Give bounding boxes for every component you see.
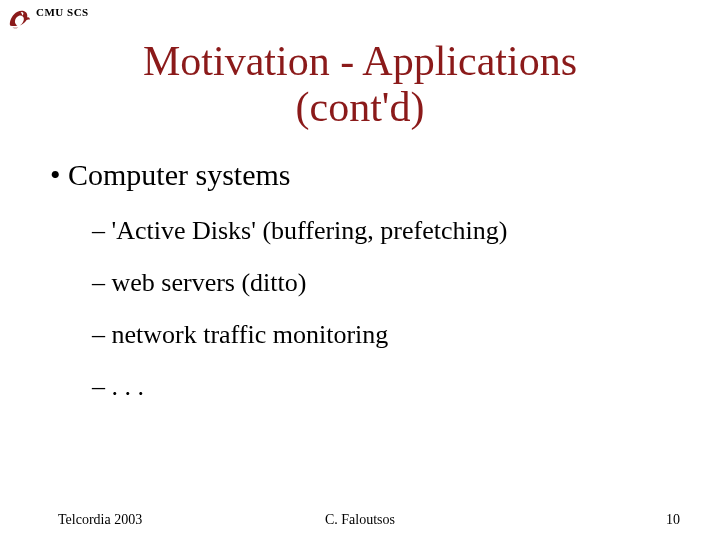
slide-content: Computer systems 'Active Disks' (bufferi… <box>50 158 670 424</box>
title-line-1: Motivation - Applications <box>143 38 577 84</box>
bullet-l2-4-text: . . . <box>112 372 145 401</box>
title-line-2: (cont'd) <box>296 84 425 130</box>
footer-page-number: 10 <box>666 512 680 528</box>
bullet-level2-4: . . . <box>92 372 670 402</box>
header-org-label: CMU SCS <box>36 6 89 18</box>
bullet-level2-3: network traffic monitoring <box>92 320 670 350</box>
slide-header: CMU SCS <box>6 6 89 32</box>
bullet-l1-text: Computer systems <box>68 158 291 191</box>
bullet-l2-2-text: web servers (ditto) <box>112 268 307 297</box>
bullet-level2-1: 'Active Disks' (buffering, prefetching) <box>92 216 670 246</box>
bullet-l2-1-text: 'Active Disks' (buffering, prefetching) <box>112 216 508 245</box>
bullet-level2-2: web servers (ditto) <box>92 268 670 298</box>
cmu-dragon-logo-icon <box>6 6 32 32</box>
bullet-l2-3-text: network traffic monitoring <box>112 320 389 349</box>
slide-title: Motivation - Applications (cont'd) <box>0 38 720 130</box>
footer-author: C. Faloutsos <box>0 512 720 528</box>
bullet-level1: Computer systems <box>50 158 670 192</box>
